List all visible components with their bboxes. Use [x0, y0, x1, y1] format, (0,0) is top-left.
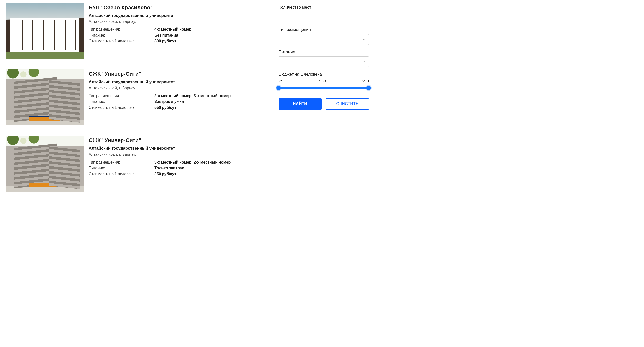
seats-input[interactable]: [279, 12, 369, 22]
row-meal: Питание:Без питания: [89, 33, 259, 37]
row-meal-value: Только завтрак: [154, 166, 184, 170]
chevron-down-icon: [362, 38, 366, 41]
row-meal-label: Питание:: [89, 99, 150, 104]
result-card[interactable]: СЖК "Универ-Сити"Алтайский государственн…: [6, 69, 259, 130]
result-org: Алтайский государственный университет: [89, 146, 259, 151]
result-thumbnail: [6, 69, 84, 125]
chevron-down-icon: [362, 60, 366, 63]
meal-select[interactable]: [279, 56, 369, 67]
row-price-value: 300 руб/сут: [154, 39, 176, 43]
row-type-label: Тип размещения:: [89, 27, 150, 32]
row-type: Тип размещения:4-х местный номер: [89, 27, 259, 32]
result-info: СЖК "Универ-Сити"Алтайский государственн…: [89, 69, 259, 125]
row-type: Тип размещения:2-х местный номер, 3-х ме…: [89, 94, 259, 98]
result-location: Алтайский край, г. Барнаул: [89, 19, 259, 24]
row-meal-value: Завтрак и ужин: [154, 99, 184, 104]
result-thumbnail: [6, 136, 84, 192]
slider-handle-max[interactable]: [366, 86, 371, 90]
row-price: Стоимость на 1 человека:300 руб/сут: [89, 39, 259, 43]
result-thumbnail: [6, 3, 84, 59]
result-title: СЖК "Универ-Сити": [89, 71, 259, 77]
result-location: Алтайский край, г. Барнаул: [89, 86, 259, 90]
type-label: Тип размещения: [279, 27, 369, 32]
row-type-label: Тип размещения:: [89, 160, 150, 164]
budget-max: 550: [362, 79, 369, 84]
budget-label: Бюджет на 1 человека: [279, 72, 369, 77]
row-type-value: 2-х местный номер, 3-х местный номер: [154, 94, 231, 98]
budget-min: 75: [279, 79, 283, 84]
budget-slider[interactable]: [279, 86, 369, 90]
find-button[interactable]: НАЙТИ: [279, 98, 322, 109]
row-type: Тип размещения:3-х местный номер, 2-х ме…: [89, 160, 259, 164]
row-price-label: Стоимость на 1 человека:: [89, 39, 150, 43]
row-type-value: 3-х местный номер, 2-х местный номер: [154, 160, 231, 164]
row-price-value: 550 руб/сут: [154, 105, 176, 110]
results-list: БУП "Озеро Красилово"Алтайский государст…: [6, 3, 259, 202]
slider-track: [279, 87, 369, 89]
row-price-label: Стоимость на 1 человека:: [89, 172, 150, 176]
filter-sidebar: Количество мест Тип размещения Питание: [279, 3, 369, 202]
meal-label: Питание: [279, 50, 369, 54]
result-card[interactable]: БУП "Озеро Красилово"Алтайский государст…: [6, 3, 259, 64]
result-info: СЖК "Универ-Сити"Алтайский государственн…: [89, 136, 259, 192]
row-price-label: Стоимость на 1 человека:: [89, 105, 150, 110]
result-title: СЖК "Универ-Сити": [89, 137, 259, 144]
budget-mid: 550: [319, 79, 326, 84]
result-card[interactable]: СЖК "Универ-Сити"Алтайский государственн…: [6, 136, 259, 197]
type-select[interactable]: [279, 34, 369, 45]
clear-button[interactable]: ОЧИСТИТЬ: [326, 98, 369, 109]
row-type-label: Тип размещения:: [89, 94, 150, 98]
result-org: Алтайский государственный университет: [89, 13, 259, 18]
row-type-value: 4-х местный номер: [154, 27, 192, 32]
result-info: БУП "Озеро Красилово"Алтайский государст…: [89, 3, 259, 59]
row-price-value: 250 руб/сут: [154, 172, 176, 176]
row-price: Стоимость на 1 человека:550 руб/сут: [89, 105, 259, 110]
row-meal-value: Без питания: [154, 33, 178, 37]
seats-label: Количество мест: [279, 5, 369, 10]
result-org: Алтайский государственный университет: [89, 80, 259, 84]
row-meal: Питание:Завтрак и ужин: [89, 99, 259, 104]
row-meal: Питание:Только завтрак: [89, 166, 259, 170]
row-meal-label: Питание:: [89, 33, 150, 37]
result-location: Алтайский край, г. Барнаул: [89, 152, 259, 157]
row-meal-label: Питание:: [89, 166, 150, 170]
slider-handle-min[interactable]: [276, 86, 281, 90]
result-title: БУП "Озеро Красилово": [89, 4, 259, 11]
row-price: Стоимость на 1 человека:250 руб/сут: [89, 172, 259, 176]
